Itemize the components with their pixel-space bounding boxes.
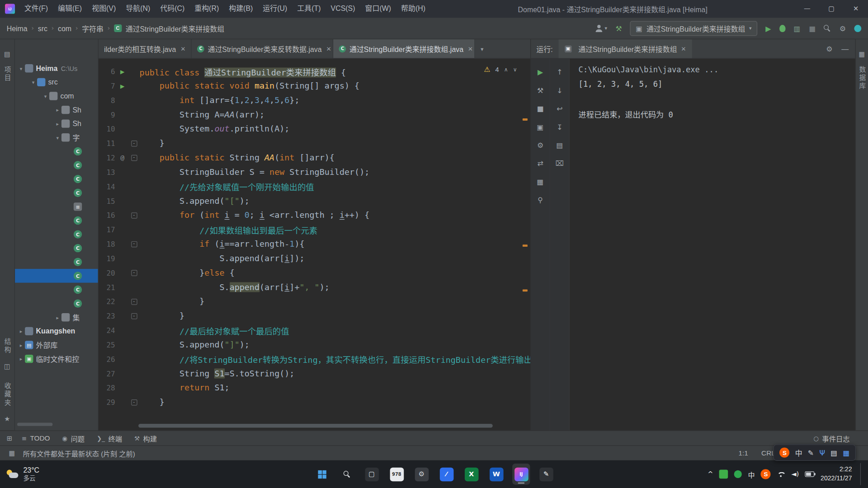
- code-line[interactable]: 8 int []arr={1,2,3,4,5,6};: [99, 93, 530, 108]
- app-settings[interactable]: ⚙: [413, 464, 430, 485]
- tree-chevron-icon[interactable]: ▸: [54, 121, 61, 127]
- tree-item[interactable]: ▸集: [15, 310, 98, 324]
- tab-close-icon[interactable]: ✕: [180, 45, 185, 52]
- menu-item[interactable]: 视图(V): [87, 0, 121, 18]
- fold-slot[interactable]: -: [130, 140, 139, 146]
- sogou-tray-icon[interactable]: S: [761, 469, 771, 479]
- code-line[interactable]: 21 S.append(arr[i]+", ");: [99, 280, 530, 295]
- fold-slot[interactable]: -: [130, 313, 139, 319]
- fold-icon[interactable]: -: [131, 212, 137, 218]
- menu-item[interactable]: 代码(C): [155, 0, 189, 18]
- restore-layout-icon[interactable]: ⇄: [531, 155, 550, 173]
- stop-button[interactable]: ■: [809, 24, 816, 32]
- layout-icon[interactable]: ▦: [531, 173, 550, 191]
- fold-icon[interactable]: -: [131, 155, 137, 160]
- mic-icon[interactable]: Ψ: [819, 448, 825, 456]
- rerun-button[interactable]: ▶: [531, 63, 550, 81]
- breadcrumb-item[interactable]: 字符串: [82, 23, 104, 33]
- breadcrumb-item[interactable]: Heima: [7, 24, 28, 32]
- fold-slot[interactable]: -: [130, 155, 139, 160]
- search-button[interactable]: [338, 464, 356, 485]
- menu-item[interactable]: 构建(B): [224, 0, 258, 18]
- tree-item[interactable]: ▸▤外部库: [15, 338, 98, 352]
- code-line[interactable]: 12@- public static String AA(int []arr){: [99, 150, 530, 165]
- tree-item[interactable]: C: [15, 172, 98, 186]
- scroll-to-end-icon[interactable]: ↧: [550, 118, 569, 136]
- sogou-logo[interactable]: S: [779, 448, 789, 458]
- menu-item[interactable]: 工具(T): [292, 0, 326, 18]
- code-line[interactable]: 11- }: [99, 136, 530, 150]
- fold-slot[interactable]: -: [130, 241, 139, 247]
- menu-item[interactable]: 运行(U): [258, 0, 292, 18]
- tree-chevron-icon[interactable]: ▾: [42, 93, 49, 99]
- coverage-button[interactable]: ▥: [794, 24, 801, 32]
- run-line-icon[interactable]: ▶: [115, 83, 130, 89]
- fold-slot[interactable]: -: [130, 399, 139, 405]
- taskbar-clock[interactable]: 2:222022/11/27: [821, 465, 852, 483]
- taskbar-weather[interactable]: 23°C 多云: [7, 466, 39, 483]
- fold-slot[interactable]: -: [130, 270, 139, 276]
- wifi-icon[interactable]: [777, 471, 785, 477]
- toolwindow-todo[interactable]: ≡TODO: [15, 431, 56, 446]
- tree-chevron-icon[interactable]: ▸: [54, 314, 61, 320]
- event-log-button[interactable]: ○事件日志: [807, 433, 856, 443]
- breadcrumb-item[interactable]: 通过StringBuilder类来拼接数组: [126, 23, 224, 33]
- prev-warning-icon[interactable]: ∧: [504, 66, 508, 72]
- tab-close-icon[interactable]: ✕: [326, 45, 331, 52]
- tab-list-chevron-icon[interactable]: ▾: [475, 39, 489, 58]
- fold-icon[interactable]: -: [131, 241, 137, 247]
- tray-expand-icon[interactable]: ^: [708, 470, 713, 478]
- breadcrumb-item[interactable]: src: [38, 24, 47, 32]
- tree-item[interactable]: C: [15, 186, 98, 200]
- run-line-icon[interactable]: ▶: [115, 68, 130, 74]
- show-desktop-button[interactable]: [860, 463, 863, 485]
- code-line[interactable]: 13 StringBuilder S = new StringBuilder()…: [99, 165, 530, 179]
- clear-console-icon[interactable]: ⌧: [550, 155, 569, 173]
- tree-item[interactable]: C: [15, 296, 98, 310]
- fold-slot[interactable]: -: [130, 299, 139, 305]
- debug-button[interactable]: [779, 24, 785, 32]
- run-button[interactable]: ▶: [765, 24, 771, 32]
- tool-favorites[interactable]: 收藏夹★: [3, 378, 12, 430]
- tool-database[interactable]: ▦数据库: [857, 47, 867, 95]
- code-line[interactable]: 26 //将StringBuilder转换为String，其实不转换也行，直接运…: [99, 352, 530, 366]
- task-view-button[interactable]: ▢: [363, 464, 381, 485]
- tree-item[interactable]: C: [15, 283, 98, 297]
- ime-mode-indicator[interactable]: 中: [795, 447, 802, 458]
- tree-chevron-icon[interactable]: ▸: [17, 328, 25, 334]
- menu-item[interactable]: 窗口(W): [360, 0, 396, 18]
- sogou-ime-toolbar[interactable]: S中✎Ψ▤▦: [774, 444, 856, 461]
- code-line[interactable]: 28 return S1;: [99, 380, 530, 395]
- tray-app-green-icon[interactable]: [719, 470, 728, 479]
- app-978[interactable]: 978: [388, 464, 406, 485]
- horizontal-scrollbar[interactable]: [138, 424, 492, 428]
- app-word[interactable]: W: [487, 464, 505, 485]
- tree-item[interactable]: ▾HeimaC:\Us: [15, 61, 98, 75]
- fold-icon[interactable]: -: [131, 313, 137, 319]
- editor-tab[interactable]: ilder类的相互转换.java✕: [99, 39, 192, 58]
- menu-item[interactable]: 导航(N): [121, 0, 155, 18]
- run-tab[interactable]: ▣ 通过StringBuilder类来拼接数组 ✕: [558, 39, 692, 58]
- code-line[interactable]: 19 S.append(arr[i]);: [99, 251, 530, 266]
- tree-item[interactable]: ▸Sh: [15, 103, 98, 117]
- code-line[interactable]: 27 String S1=S.toString();: [99, 366, 530, 381]
- tree-chevron-icon[interactable]: ▾: [54, 135, 61, 140]
- hide-toolwindow-icon[interactable]: —: [841, 45, 849, 53]
- tree-item[interactable]: ≡: [15, 200, 98, 214]
- tree-chevron-icon[interactable]: ▸: [17, 342, 25, 347]
- code-line[interactable]: 18- if (i==arr.length-1){: [99, 237, 530, 251]
- code-line[interactable]: 23- }: [99, 309, 530, 323]
- search-everywhere-button[interactable]: [824, 24, 831, 32]
- tree-item[interactable]: ▾com: [15, 89, 98, 103]
- start-button[interactable]: [313, 464, 330, 485]
- menu-item[interactable]: 重构(R): [189, 0, 224, 18]
- tree-item[interactable]: ▸Sh: [15, 117, 98, 131]
- toolbox-icon[interactable]: ▦: [843, 448, 850, 456]
- menu-item[interactable]: 编辑(E): [53, 0, 87, 18]
- run-settings-icon[interactable]: ⚙: [826, 45, 832, 53]
- tool-project[interactable]: ▤项目: [3, 47, 12, 87]
- run-console-output[interactable]: C:\KuGou\Java\bin\java.exe ...[1, 2, 3, …: [570, 59, 855, 431]
- editor-tab[interactable]: C通过StringBuilder类来拼接数组.java✕: [333, 39, 475, 58]
- code-line[interactable]: 6▶public class 通过StringBuilder类来拼接数组 {: [99, 64, 530, 79]
- tray-app-green-dot-icon[interactable]: [734, 470, 742, 478]
